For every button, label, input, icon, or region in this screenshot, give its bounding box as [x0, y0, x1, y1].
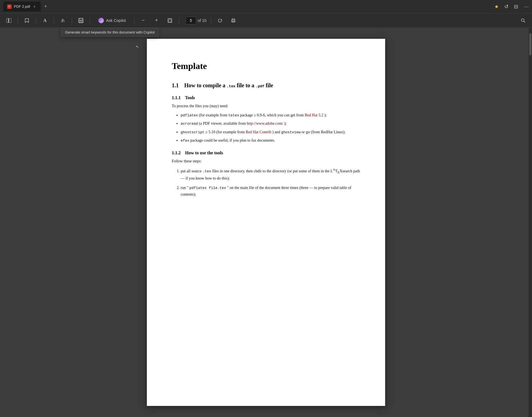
print-button[interactable] — [229, 16, 238, 25]
tex-mono-1: .tex — [227, 84, 235, 88]
copilot-icon — [98, 18, 104, 23]
pdflatex-text-1: (for example from — [199, 113, 228, 117]
svg-rect-3 — [80, 18, 82, 20]
save-pdf-button[interactable] — [76, 16, 85, 25]
subsection-1-1-1-heading: 1.1.1 Tools — [172, 95, 360, 100]
acroread-mono: acroread — [181, 122, 198, 126]
zoom-out-button[interactable]: − — [139, 16, 148, 25]
steps-list: put all source .tex files in one directo… — [172, 167, 360, 198]
tab-favicon: P — [7, 4, 12, 9]
ghostscript-text-1: ≥ 5.10 (for example from — [205, 130, 245, 134]
japanese-text-button[interactable]: あ — [58, 16, 67, 25]
pdf-toolbar: A あ Ask Copilot — [0, 13, 532, 28]
svg-rect-8 — [168, 19, 172, 22]
tools-intro-text: To process the files you (may) need: — [172, 103, 360, 109]
svg-rect-0 — [6, 18, 8, 23]
separator-2 — [36, 17, 36, 24]
ghostscript-text-4: (from RedHat Linux); — [311, 130, 346, 134]
separator-5 — [90, 17, 90, 24]
search-button[interactable] — [519, 16, 528, 25]
bookmark-icon-btn[interactable] — [22, 16, 31, 25]
separator-8 — [211, 17, 211, 24]
scrollbar-thumb[interactable] — [529, 33, 531, 55]
pdf-viewer: ↖ Template 1.1 How to compile a .tex fil… — [0, 28, 532, 417]
efax-text: package could be useful, if you plan to … — [190, 138, 275, 142]
split-view-icon[interactable]: ⊟ — [514, 4, 518, 10]
subsection-1-1-2-heading: 1.1.2 How to use the tools — [172, 150, 360, 155]
gv-mono: gv — [306, 130, 310, 134]
more-options-icon[interactable]: ⋯ — [524, 4, 529, 10]
tools-list: pdflatex (for example from tetex package… — [172, 112, 360, 144]
efax-mono: efax — [181, 139, 189, 143]
svg-rect-1 — [9, 18, 11, 23]
section-heading-text-3: file — [264, 82, 273, 88]
fit-page-button[interactable] — [165, 16, 174, 25]
list-item-efax: efax package could be useful, if you pla… — [181, 137, 360, 144]
history-icon[interactable]: ↺ — [504, 4, 508, 10]
list-item-ghostscript: ghostscript ≥ 5.10 (for example from Red… — [181, 129, 360, 135]
pdflatex-text-2: package ≥ 0.9-6, which you can get from — [240, 113, 305, 117]
page-total-label: of 10 — [198, 18, 206, 23]
ghostscript-mono: ghostscript — [181, 130, 204, 134]
browser-chrome: P PDF 2.pdf × + ★ ↺ ⊟ ⋯ — [0, 0, 532, 13]
redhat-link[interactable]: Red Hat 5.2 — [305, 113, 323, 117]
tab-close-button[interactable]: × — [32, 4, 37, 9]
ask-copilot-button[interactable]: Ask Copilot — [94, 16, 130, 25]
pdf-mono-1: .pdf — [256, 84, 264, 88]
step-2: run " pdflatex file.tex " on the main fi… — [181, 185, 360, 198]
pdflatex-mono: pdflatex — [181, 113, 198, 117]
separator-3 — [54, 17, 54, 24]
ask-copilot-label: Ask Copilot — [106, 18, 126, 23]
font-size-button[interactable]: A — [40, 16, 49, 25]
favorite-icon[interactable]: ★ — [494, 4, 499, 10]
panel-toggle-button[interactable] — [4, 16, 13, 25]
separator-7 — [179, 17, 179, 24]
step-1-text-1: put all source — [181, 169, 203, 173]
list-item-pdflatex: pdflatex (for example from tetex package… — [181, 112, 360, 119]
step-1: put all source .tex files in one directo… — [181, 167, 360, 182]
pdf-page: ↖ Template 1.1 How to compile a .tex fil… — [147, 39, 385, 406]
tetex-mono: tetex — [228, 113, 239, 117]
list-item-acroread: acroread (a PDF viewer, available from h… — [181, 120, 360, 127]
copilot-tooltip: Generate smart keywords for this documen… — [61, 28, 159, 37]
section-1-1-heading: 1.1 How to compile a .tex file to a .pdf… — [172, 82, 360, 89]
page-controls: 5 of 10 — [186, 17, 206, 24]
svg-rect-9 — [169, 19, 171, 22]
section-heading-text-2: file to a — [236, 82, 256, 88]
ghostscript-text-2: ) and — [272, 130, 281, 134]
browser-actions: ★ ↺ ⊟ ⋯ — [494, 4, 529, 10]
tooltip-text: Generate smart keywords for this documen… — [61, 28, 159, 37]
tab-bar: P PDF 2.pdf × + — [3, 0, 50, 13]
pdflatex-text-3: ); — [324, 113, 327, 117]
step-2-mono: pdflatex file.tex — [189, 186, 226, 190]
new-tab-button[interactable]: + — [42, 3, 50, 11]
svg-point-7 — [100, 19, 103, 22]
page-number-input[interactable]: 5 — [186, 17, 196, 24]
acroread-text-1: (a PDF viewer, available from — [199, 121, 247, 126]
mouse-cursor: ↖ — [136, 44, 139, 50]
separator-4 — [72, 17, 72, 24]
rotate-button[interactable] — [216, 16, 224, 25]
separator-1 — [18, 17, 18, 24]
pdf-title: Template — [172, 61, 360, 71]
step-2-text-1: run " — [181, 186, 188, 190]
ghostscript-text-3: or — [301, 130, 306, 134]
section-heading-text: 1.1 How to compile a — [172, 82, 227, 88]
redhat-contrib-link[interactable]: Red Hat Contrib — [246, 130, 272, 134]
step-1-mono: .tex — [203, 169, 211, 173]
acroread-text-2: ); — [284, 121, 287, 126]
steps-intro-text: Follow these steps: — [172, 158, 360, 164]
separator-6 — [134, 17, 134, 24]
svg-line-14 — [524, 21, 525, 22]
scrollbar[interactable] — [529, 28, 532, 417]
adobe-link[interactable]: http://www.adobe.com/ — [247, 121, 283, 126]
ghostview-mono: ghostview — [281, 130, 301, 134]
tab-title: PDF 2.pdf — [14, 4, 30, 9]
zoom-in-button[interactable]: + — [152, 16, 161, 25]
active-tab[interactable]: P PDF 2.pdf × — [3, 2, 41, 12]
